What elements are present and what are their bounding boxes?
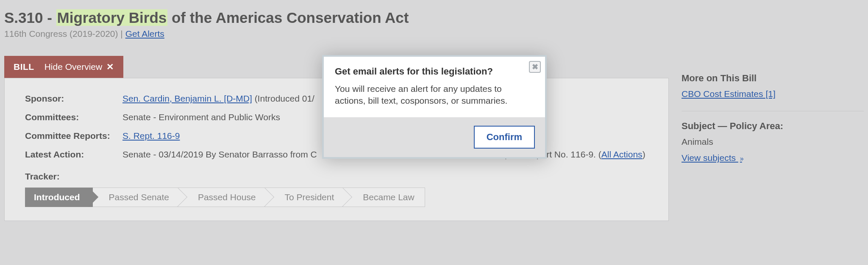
bill-title: S.310 - Migratory Birds of the Americas … [4, 8, 864, 27]
tab-bill[interactable]: BILL Hide Overview ✕ [4, 56, 123, 78]
bill-number: S.310 - [4, 9, 56, 26]
alert-dialog: ✖ Get email alerts for this legislation?… [322, 55, 547, 159]
latest-action-text-3: ) [643, 149, 645, 159]
hide-overview-button[interactable]: Hide Overview ✕ [45, 62, 114, 72]
committee-report-link[interactable]: S. Rept. 116-9 [122, 131, 180, 141]
confirm-button[interactable]: Confirm [474, 126, 535, 149]
cbo-estimates-link[interactable]: CBO Cost Estimates [1] [682, 89, 776, 99]
view-subjects-label: View subjects [682, 153, 738, 163]
subject-value: Animals [682, 137, 864, 147]
sidebar: More on This Bill CBO Cost Estimates [1]… [682, 56, 864, 221]
separator: | [118, 29, 125, 39]
tracker-step[interactable]: To President [269, 188, 347, 207]
close-icon: ✕ [106, 62, 114, 72]
chevron-right-icon: » [740, 155, 742, 162]
sponsor-link[interactable]: Sen. Cardin, Benjamin L. [D-MD] [122, 94, 252, 103]
sponsor-label: Sponsor: [25, 94, 122, 104]
tab-bill-label: BILL [14, 62, 34, 72]
view-subjects-link[interactable]: View subjects » [682, 153, 742, 163]
tracker-label: Tracker: [25, 171, 648, 182]
dialog-title: Get email alerts for this legislation? [335, 66, 534, 77]
tracker-step[interactable]: Passed Senate [93, 188, 182, 207]
get-alerts-link[interactable]: Get Alerts [125, 29, 164, 39]
tracker-step[interactable]: Became Law [347, 188, 425, 207]
latest-action-text-1: Senate - 03/14/2019 By Senator Barrasso … [122, 149, 317, 159]
tracker-step[interactable]: Passed House [182, 188, 269, 207]
sponsor-introduced: (Introduced 01/ [252, 94, 314, 103]
bill-title-rest: of the Americas Conservation Act [167, 9, 409, 26]
status-tracker: IntroducedPassed SenatePassed HouseTo Pr… [25, 188, 648, 207]
committee-reports-label: Committee Reports: [25, 131, 122, 141]
sidebar-divider [682, 111, 864, 111]
all-actions-link[interactable]: All Actions [601, 149, 643, 159]
dialog-text: You will receive an alert for any update… [335, 83, 534, 107]
dialog-close-button[interactable]: ✖ [529, 61, 541, 73]
committees-label: Committees: [25, 112, 122, 122]
latest-action-label: Latest Action: [25, 149, 122, 160]
congress-label: 116th Congress (2019-2020) [4, 29, 118, 39]
subject-heading: Subject — Policy Area: [682, 121, 864, 132]
more-on-bill-heading: More on This Bill [682, 73, 864, 84]
bill-title-highlight: Migratory Birds [56, 9, 168, 26]
close-icon: ✖ [532, 62, 538, 72]
bill-subtitle: 116th Congress (2019-2020) | Get Alerts [4, 29, 864, 39]
hide-overview-label: Hide Overview [45, 62, 103, 72]
tracker-step[interactable]: Introduced [25, 188, 93, 207]
